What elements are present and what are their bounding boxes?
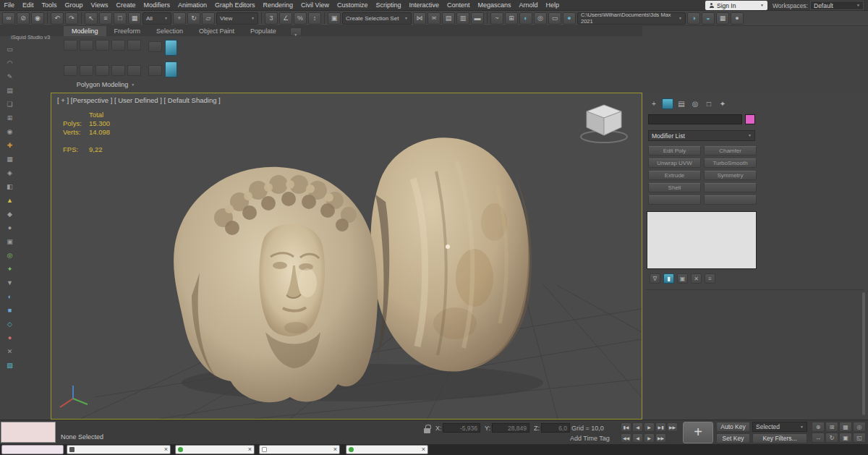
ribbon-tool-icon[interactable]: [64, 65, 77, 76]
select-and-rotate-icon[interactable]: ↻: [187, 12, 200, 25]
plugin-tool-icon[interactable]: ●: [4, 332, 16, 344]
select-object-icon[interactable]: ↖: [85, 12, 98, 25]
panel-scrollbar[interactable]: [862, 292, 865, 415]
orbit-icon[interactable]: ↻: [825, 433, 838, 443]
menu-animation[interactable]: Animation: [174, 0, 210, 11]
redo-icon[interactable]: ↷: [65, 12, 78, 25]
plugin-tool-icon[interactable]: ✚: [4, 140, 16, 151]
menu-views[interactable]: Views: [87, 0, 112, 11]
close-icon[interactable]: ×: [333, 446, 337, 453]
schematic-view-icon[interactable]: ⊞: [505, 12, 518, 25]
ribbon-tool-icon[interactable]: [148, 41, 162, 52]
spinner-snap-icon[interactable]: ↕: [308, 12, 321, 25]
plugin-tool-icon[interactable]: ▲: [4, 195, 16, 206]
window-crossing-toggle-icon[interactable]: ▦: [128, 12, 141, 25]
plugin-tool-icon[interactable]: ▤: [4, 85, 16, 96]
next-frame-button[interactable]: ▶▮: [655, 422, 666, 432]
plugin-tool-icon[interactable]: ▼: [4, 277, 16, 289]
percent-snap-icon[interactable]: %: [294, 12, 307, 25]
play-button[interactable]: ▶: [644, 422, 655, 432]
add-time-tag[interactable]: Add Time Tag: [570, 435, 610, 442]
layer-explorer-icon[interactable]: ▥: [456, 12, 469, 25]
modifier-button[interactable]: Chamfer: [704, 146, 757, 156]
menu-rendering[interactable]: Rendering: [259, 0, 297, 11]
maxscript-mini-listener[interactable]: [1, 422, 56, 443]
make-unique-icon[interactable]: ▣: [677, 273, 688, 284]
key-filters-button[interactable]: Key Filters...: [752, 433, 807, 443]
selection-filter-dropdown[interactable]: All: [142, 12, 171, 25]
previous-frame-button[interactable]: ◀: [632, 422, 643, 432]
menu-arnold[interactable]: Arnold: [515, 0, 542, 11]
go-to-start-button[interactable]: ▮◀: [621, 422, 631, 432]
frame-back-button[interactable]: ◀: [632, 433, 643, 443]
ribbon-tool-icon[interactable]: [64, 40, 77, 51]
menu-create[interactable]: Create: [112, 0, 140, 11]
zoom-region-icon[interactable]: ◎: [853, 422, 866, 432]
modifier-button[interactable]: Edit Poly: [648, 146, 701, 156]
rectangular-selection-region-icon[interactable]: □: [114, 12, 127, 25]
plugin-tool-icon[interactable]: ◎: [4, 250, 16, 261]
ribbon-tool-icon[interactable]: [127, 40, 141, 51]
menu-content[interactable]: Content: [443, 0, 474, 11]
close-icon[interactable]: ×: [422, 446, 425, 453]
ribbon-panel-label[interactable]: Polygon Modeling: [61, 81, 150, 88]
modifier-stack[interactable]: [647, 211, 757, 269]
maximize-viewport-icon[interactable]: ▣: [839, 433, 852, 443]
plugin-tool-icon[interactable]: ✦: [4, 263, 16, 275]
ribbon-tool-icon[interactable]: [95, 40, 109, 51]
plugin-tool-icon[interactable]: ❏: [4, 98, 16, 110]
taskbar-window-thumbnail[interactable]: ×: [346, 445, 428, 454]
plugin-tool-icon[interactable]: ▧: [4, 360, 16, 371]
key-step-forward-button[interactable]: ▶▶: [655, 433, 666, 443]
plugin-tool-icon[interactable]: ◐: [4, 291, 16, 302]
modifier-button-empty[interactable]: [648, 195, 701, 205]
plugin-tool-icon[interactable]: ◧: [4, 181, 16, 192]
render-production-icon[interactable]: ●: [563, 12, 576, 25]
rendered-frame-window-icon[interactable]: ▭: [548, 12, 561, 25]
sign-in-button[interactable]: Sign In: [705, 1, 767, 10]
tab-selection[interactable]: Selection: [148, 26, 191, 36]
unlink-selection-icon[interactable]: ⊘: [17, 12, 30, 25]
create-tab-icon[interactable]: +: [648, 98, 660, 109]
activeshade-icon[interactable]: ◒: [702, 12, 715, 25]
plugin-tool-icon[interactable]: ⊞: [4, 112, 16, 124]
menu-megascans[interactable]: Megascans: [474, 0, 515, 11]
close-icon[interactable]: ×: [164, 446, 168, 453]
plugin-tool-icon[interactable]: ✎: [4, 71, 16, 82]
plugin-tool-icon[interactable]: ▭: [4, 43, 16, 55]
reference-coordinate-dropdown[interactable]: View: [216, 12, 258, 25]
ribbon-tool-icon[interactable]: [80, 65, 93, 76]
set-key-button[interactable]: Set Key: [716, 433, 750, 443]
plugin-tool-icon[interactable]: ●: [4, 222, 16, 234]
key-step-back-button[interactable]: ◀◀: [621, 433, 631, 443]
utilities-tab-icon[interactable]: ✦: [717, 98, 728, 109]
modifier-button-empty[interactable]: [704, 183, 757, 192]
project-path-dropdown[interactable]: C:\Users\Wilhan\Documents\3ds Max 2021: [577, 12, 686, 25]
mirror-icon[interactable]: ⋈: [413, 12, 426, 25]
ribbon-tool-icon[interactable]: [80, 40, 93, 51]
object-name-field[interactable]: [648, 114, 742, 124]
menu-file[interactable]: File: [0, 0, 19, 11]
motion-tab-icon[interactable]: ◎: [689, 98, 701, 109]
named-selection-sets-icon[interactable]: ▣: [328, 12, 341, 25]
remove-modifier-icon[interactable]: ✕: [691, 273, 702, 284]
edit-poly-mode-icon[interactable]: [165, 61, 177, 77]
zoom-icon[interactable]: ⊕: [812, 422, 825, 432]
menu-scripting[interactable]: Scripting: [372, 0, 405, 11]
pan-icon[interactable]: ↔: [812, 433, 825, 443]
menu-tools[interactable]: Tools: [38, 0, 61, 11]
modifier-button[interactable]: Unwrap UVW: [648, 158, 701, 168]
viewport-layout-icon[interactable]: ◱: [853, 433, 866, 443]
ribbon-config-icon[interactable]: [290, 27, 302, 36]
menu-edit[interactable]: Edit: [19, 0, 38, 11]
perspective-viewport[interactable]: [ + ] [Perspective ] [ User Defined ] [ …: [51, 93, 642, 420]
workspace-dropdown[interactable]: Default: [810, 1, 864, 10]
render-iterative-icon[interactable]: ◑: [687, 12, 700, 25]
modifier-button[interactable]: Shell: [648, 183, 701, 192]
zoom-extents-icon[interactable]: ▦: [839, 422, 852, 432]
bind-to-space-warp-icon[interactable]: ◉: [31, 12, 44, 25]
key-selection-dropdown[interactable]: Selected: [752, 422, 807, 432]
display-tab-icon[interactable]: □: [703, 98, 715, 109]
tab-modeling[interactable]: Modeling: [64, 26, 106, 36]
select-and-link-icon[interactable]: ∞: [2, 12, 15, 25]
